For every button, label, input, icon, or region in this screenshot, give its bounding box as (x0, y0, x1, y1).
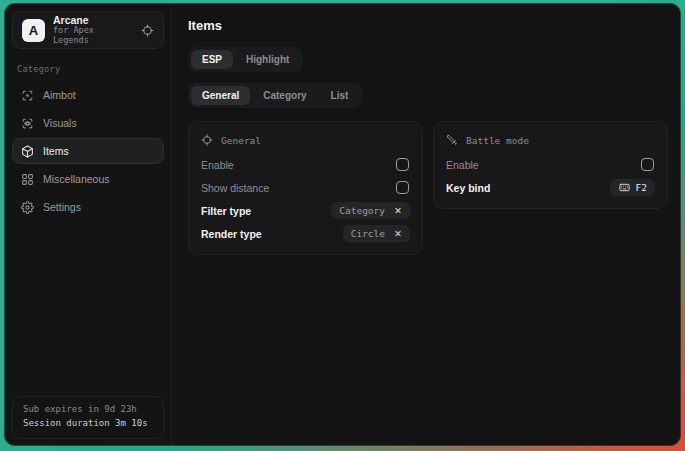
crosshair-target-icon[interactable] (141, 24, 154, 37)
setting-row-filter-type: Filter typeCategory✕ (201, 199, 410, 222)
setting-label: Render type (201, 228, 262, 240)
sidebar-item-settings[interactable]: Settings (12, 194, 164, 220)
keyboard-icon (618, 182, 631, 193)
enable-checkbox[interactable] (641, 158, 654, 171)
enable-checkbox[interactable] (396, 158, 409, 171)
setting-row-key-bind: Key bindF2 (446, 176, 655, 199)
app-meta: Arcane for Apex Legends (53, 14, 133, 46)
filter-type-select[interactable]: Category✕ (331, 202, 410, 219)
sidebar-item-miscellaneous[interactable]: Miscellaneous (12, 166, 164, 192)
sidebar-item-label: Items (43, 145, 69, 157)
tab-esp[interactable]: ESP (191, 50, 233, 69)
clear-icon[interactable]: ✕ (394, 206, 402, 216)
setting-label: Filter type (201, 205, 251, 217)
screen: A Arcane for Apex Legends Category Aimbo… (0, 0, 685, 451)
setting-row-enable: Enable (446, 153, 655, 176)
settings-gear-icon (21, 201, 34, 214)
sword-icon (446, 134, 458, 146)
setting-label: Enable (446, 159, 479, 171)
mode-tab-group: ESPHighlight (188, 47, 303, 72)
panel-title-label: General (221, 135, 261, 146)
sidebar-item-label: Settings (43, 201, 81, 213)
show-distance-checkbox[interactable] (396, 181, 409, 194)
setting-label: Enable (201, 159, 234, 171)
panel-title: General (201, 134, 410, 146)
setting-label: Show distance (201, 182, 269, 194)
app-logo: A (22, 19, 45, 42)
sidebar-item-label: Visuals (43, 117, 77, 129)
keybind-value: F2 (636, 182, 647, 193)
subtab-general[interactable]: General (191, 86, 250, 105)
panel-title: Battle mode (446, 134, 655, 146)
crosshair-icon (201, 134, 213, 146)
category-label: Category (17, 64, 159, 74)
panel-general: GeneralEnableShow distanceFilter typeCat… (188, 121, 423, 255)
key-bind-button[interactable]: F2 (610, 179, 655, 196)
subtab-category[interactable]: Category (252, 86, 317, 105)
sidebar-nav: AimbotVisualsItemsMiscellaneousSettings (12, 82, 164, 220)
select-value: Circle (351, 228, 385, 239)
items-package-icon (21, 145, 34, 158)
setting-row-enable: Enable (201, 153, 410, 176)
panel-title-label: Battle mode (466, 135, 529, 146)
sub-tab-group: GeneralCategoryList (188, 83, 362, 108)
sidebar-item-label: Aimbot (43, 89, 76, 101)
cheat-menu-window: A Arcane for Apex Legends Category Aimbo… (5, 4, 680, 445)
app-header-card: A Arcane for Apex Legends (12, 11, 164, 49)
tab-highlight[interactable]: Highlight (235, 50, 300, 69)
setting-row-render-type: Render typeCircle✕ (201, 222, 410, 245)
sidebar-item-aimbot[interactable]: Aimbot (12, 82, 164, 108)
panel-battle-mode: Battle modeEnableKey bindF2 (433, 121, 668, 209)
aimbot-scan-icon (21, 89, 34, 102)
main-content: Items ESPHighlight GeneralCategoryList G… (172, 4, 680, 445)
panels-row: GeneralEnableShow distanceFilter typeCat… (188, 121, 668, 255)
sidebar-item-label: Miscellaneous (43, 173, 110, 185)
sidebar-spacer (12, 220, 164, 396)
sidebar-item-items[interactable]: Items (12, 138, 164, 164)
setting-row-show-distance: Show distance (201, 176, 410, 199)
render-type-select[interactable]: Circle✕ (343, 225, 410, 242)
sub-expires-text: Sub expires in 9d 23h (23, 403, 153, 417)
misc-grid-icon (21, 173, 34, 186)
page-title: Items (188, 18, 668, 33)
visuals-eye-icon (21, 117, 34, 130)
sidebar: A Arcane for Apex Legends Category Aimbo… (5, 4, 172, 445)
clear-icon[interactable]: ✕ (394, 229, 402, 239)
sidebar-item-visuals[interactable]: Visuals (12, 110, 164, 136)
subtab-list[interactable]: List (320, 86, 360, 105)
subscription-card: Sub expires in 9d 23h Session duration 3… (12, 396, 164, 439)
setting-label: Key bind (446, 182, 490, 194)
app-subtitle: for Apex Legends (53, 26, 133, 46)
session-duration-text: Session duration 3m 10s (23, 417, 153, 431)
select-value: Category (339, 205, 385, 216)
